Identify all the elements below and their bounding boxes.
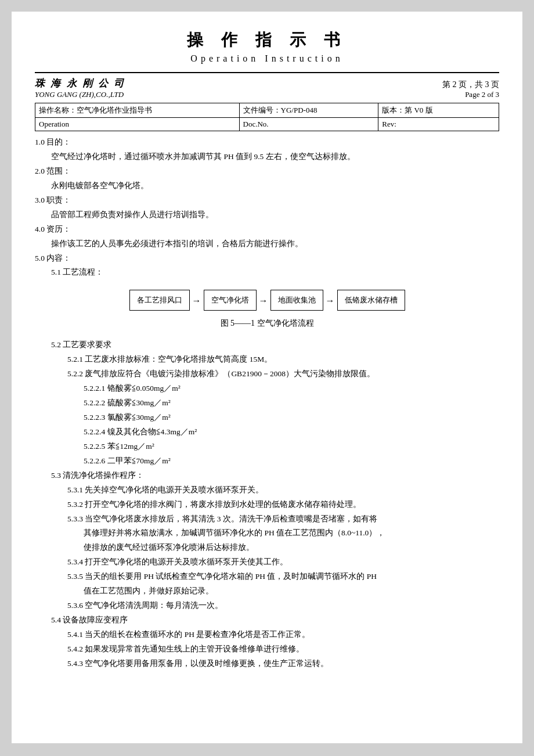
sec535-1: 5.3.5 当天的组长要用 PH 试纸检查空气净化塔水箱的 PH 值，及时加碱调…	[67, 570, 499, 584]
sec535-2: 值在工艺范围内，并做好原始记录。	[84, 585, 499, 598]
sec521-title: 5.2.1 工艺废水排放标准：空气净化塔排放气筒高度 15M。	[67, 353, 499, 366]
sec541: 5.4.1 当天的组长在检查循环水的 PH 是要检查净化塔是否工作正常。	[67, 628, 499, 642]
sec5-title: 5.0 内容：	[35, 252, 499, 265]
main-title-zh: 操 作 指 示 书	[35, 29, 499, 51]
flow-diagram: 各工艺排风口 → 空气净化塔 → 地面收集池 → 低铬废水储存槽	[35, 290, 499, 311]
company-name-zh: 珠 海 永 刚 公 司	[35, 77, 125, 90]
main-title-en: Operation Instruction	[35, 53, 499, 64]
sec533-1: 5.3.3 当空气净化塔废水排放后，将其清洗 3 次。清洗干净后检查喷嘴是否堵塞…	[67, 513, 499, 526]
content-area: 1.0 目的： 空气经过净化塔时，通过循环喷水并加减调节其 PH 值到 9.5 …	[35, 136, 499, 671]
rev-cell: 版本：第 V0 版	[378, 103, 499, 118]
company-left: 珠 海 永 刚 公 司 YONG GANG (ZH),CO.,LTD	[35, 77, 125, 99]
flow-caption: 图 5——1 空气净化塔流程	[35, 316, 499, 330]
sec542: 5.4.2 如果发现异常首先通知生线上的主管开设备维修单进行维修。	[67, 643, 499, 656]
page-number-en: Page 2 of 3	[442, 90, 499, 99]
page-number-zh: 第 2 页，共 3 页	[442, 80, 499, 90]
sec543: 5.4.3 空气净化塔要用备用泵备用，以便及时维修更换，使生产正常运转。	[67, 657, 499, 671]
sec5226: 5.2.2.6 二甲苯≦70mg／m²	[84, 455, 499, 468]
sec5221: 5.2.2.1 铬酸雾≦0.050mg／m²	[84, 382, 499, 395]
flow-box-4: 低铬废水储存槽	[337, 290, 405, 311]
flow-box-1: 各工艺排风口	[129, 290, 190, 311]
flow-arrow-2: →	[257, 293, 270, 308]
doc-en-cell: Doc.No.	[239, 118, 378, 131]
company-header: 珠 海 永 刚 公 司 YONG GANG (ZH),CO.,LTD 第 2 页…	[35, 72, 499, 99]
sec3-body: 品管部工程师负责对操作人员进行培训指导。	[51, 208, 499, 222]
rev-en-cell: Rev:	[378, 118, 499, 131]
flow-arrow-1: →	[190, 293, 204, 308]
sec52-title: 5.2 工艺要求要求	[51, 339, 499, 352]
sec51-title: 5.1 工艺流程：	[51, 266, 499, 279]
sec3-title: 3.0 职责：	[35, 194, 499, 207]
sec1-title: 1.0 目的：	[35, 136, 499, 149]
sec532: 5.3.2 打开空气净化塔的排水阀门，将废水排放到水处理的低铬废水储存箱待处理。	[67, 498, 499, 512]
sec5224: 5.2.2.4 镍及其化合物≦4.3mg／m²	[84, 426, 499, 439]
sec5225: 5.2.2.5 苯≦12mg／m²	[84, 440, 499, 453]
sec4-title: 4.0 资历：	[35, 223, 499, 236]
sec53-title: 5.3 清洗净化塔操作程序：	[51, 469, 499, 483]
operation-name-cell: 操作名称：空气净化塔作业指导书	[35, 103, 240, 118]
info-table: 操作名称：空气净化塔作业指导书 文件编号：YG/PD-048 版本：第 V0 版…	[35, 103, 499, 131]
sec522-title: 5.2.2 废气排放应符合《电镀污染排放标准》（GB21900－2008）大气污…	[67, 368, 499, 381]
sec531: 5.3.1 先关掉空气净化塔的电源开关及喷水循环泵开关。	[67, 484, 499, 497]
sec533-2: 其修理好并将水箱放满水，加碱调节循环净化水的 PH 值在工艺范围内（8.0~11…	[84, 527, 499, 540]
sec536: 5.3.6 空气净化塔清洗周期：每月清洗一次。	[67, 599, 499, 613]
document-page: 操 作 指 示 书 Operation Instruction 珠 海 永 刚 …	[12, 12, 522, 743]
sec1-body: 空气经过净化塔时，通过循环喷水并加减调节其 PH 值到 9.5 左右，使空气达标…	[51, 150, 499, 164]
company-right: 第 2 页，共 3 页 Page 2 of 3	[442, 80, 499, 99]
sec533-3: 使排放的废气经过循环泵净化喷淋后达标排放。	[84, 541, 499, 555]
sec2-body: 永刚电镀部各空气净化塔。	[51, 179, 499, 193]
flow-box-2: 空气净化塔	[204, 290, 257, 311]
operation-en-cell: Operation	[35, 118, 240, 131]
flow-box-3: 地面收集池	[270, 290, 323, 311]
doc-number-cell: 文件编号：YG/PD-048	[239, 103, 378, 118]
flow-arrow-3: →	[323, 293, 337, 308]
sec5222: 5.2.2.2 硫酸雾≦30mg／m²	[84, 397, 499, 410]
sec2-title: 2.0 范围：	[35, 165, 499, 178]
company-name-en: YONG GANG (ZH),CO.,LTD	[35, 90, 125, 99]
sec4-body: 操作该工艺的人员事先必须进行本指引的培训，合格后方能进行操作。	[51, 237, 499, 251]
sec54-title: 5.4 设备故障应变程序	[51, 614, 499, 627]
sec5223: 5.2.2.3 氯酸雾≦30mg／m²	[84, 411, 499, 424]
sec534: 5.3.4 打开空气净化塔的电源开关及喷水循环泵开关使其工作。	[67, 556, 499, 569]
